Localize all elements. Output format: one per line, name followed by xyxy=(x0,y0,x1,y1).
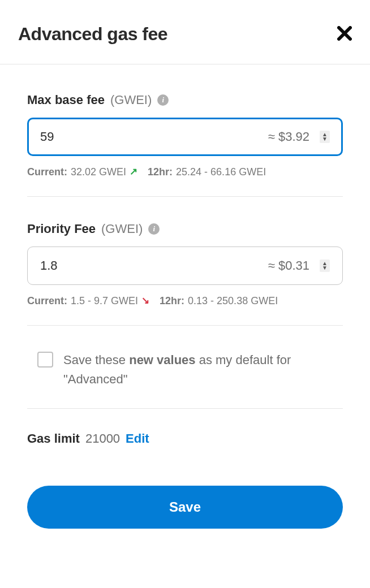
page-title: Advanced gas fee xyxy=(18,24,167,45)
twelve-hr-label: 12hr: xyxy=(160,295,184,307)
max-base-fee-label-row: Max base fee (GWEI) i xyxy=(27,93,343,107)
save-default-prefix: Save these xyxy=(63,353,129,367)
priority-fee-right: ≈ $0.31 ▲ ▼ xyxy=(268,258,330,273)
max-base-fee-stats: Current: 32.02 GWEI ↗ 12hr: 25.24 - 66.1… xyxy=(27,166,343,197)
priority-fee-approx: ≈ $0.31 xyxy=(268,258,309,273)
priority-fee-label: Priority Fee xyxy=(27,222,96,236)
max-base-fee-unit: (GWEI) xyxy=(110,93,152,107)
twelve-hr-label: 12hr: xyxy=(148,166,173,178)
close-button[interactable] xyxy=(337,25,352,44)
save-default-bold: new values xyxy=(129,353,195,367)
priority-fee-label-row: Priority Fee (GWEI) i xyxy=(27,222,343,236)
max-base-fee-label: Max base fee xyxy=(27,93,105,107)
priority-fee-unit: (GWEI) xyxy=(101,222,143,236)
priority-fee-input[interactable]: 1.8 ≈ $0.31 ▲ ▼ xyxy=(27,247,343,285)
number-stepper[interactable]: ▲ ▼ xyxy=(320,131,330,143)
step-down-icon[interactable]: ▼ xyxy=(322,266,328,270)
gas-limit-label: Gas limit xyxy=(27,431,80,446)
current-label: Current: xyxy=(27,166,67,178)
header: Advanced gas fee xyxy=(0,0,370,64)
max-base-fee-input[interactable]: 59 ≈ $3.92 ▲ ▼ xyxy=(27,118,343,156)
current-value: 32.02 GWEI xyxy=(71,166,126,178)
twelve-hr-value: 25.24 - 66.16 GWEI xyxy=(176,166,266,178)
save-default-checkbox[interactable] xyxy=(37,352,53,368)
edit-gas-limit-link[interactable]: Edit xyxy=(126,431,149,446)
trend-up-icon: ↗ xyxy=(130,166,137,178)
save-default-text: Save these new values as my default for … xyxy=(63,351,343,389)
twelve-hr-value: 0.13 - 250.38 GWEI xyxy=(188,295,278,307)
step-down-icon[interactable]: ▼ xyxy=(322,137,328,141)
priority-fee-section: Priority Fee (GWEI) i 1.8 ≈ $0.31 ▲ ▼ Cu… xyxy=(27,222,343,326)
gas-fee-panel: Advanced gas fee Max base fee (GWEI) i 5… xyxy=(0,0,370,529)
save-default-row: Save these new values as my default for … xyxy=(27,351,343,409)
priority-fee-stats: Current: 1.5 - 9.7 GWEI ↘ 12hr: 0.13 - 2… xyxy=(27,295,343,326)
gas-limit-value: 21000 xyxy=(85,431,120,446)
trend-down-icon: ↘ xyxy=(141,295,149,306)
max-base-fee-right: ≈ $3.92 ▲ ▼ xyxy=(268,129,330,144)
priority-fee-value: 1.8 xyxy=(40,258,58,273)
info-icon[interactable]: i xyxy=(148,223,160,235)
max-base-fee-value: 59 xyxy=(40,129,54,144)
current-value: 1.5 - 9.7 GWEI xyxy=(71,295,138,307)
max-base-fee-approx: ≈ $3.92 xyxy=(268,129,309,144)
max-base-fee-section: Max base fee (GWEI) i 59 ≈ $3.92 ▲ ▼ Cur… xyxy=(27,93,343,197)
close-icon xyxy=(337,26,352,41)
number-stepper[interactable]: ▲ ▼ xyxy=(320,260,330,272)
content: Max base fee (GWEI) i 59 ≈ $3.92 ▲ ▼ Cur… xyxy=(0,64,370,529)
current-label: Current: xyxy=(27,295,67,307)
save-button[interactable]: Save xyxy=(27,486,343,529)
gas-limit-row: Gas limit 21000 Edit xyxy=(27,431,343,446)
info-icon[interactable]: i xyxy=(157,94,169,106)
